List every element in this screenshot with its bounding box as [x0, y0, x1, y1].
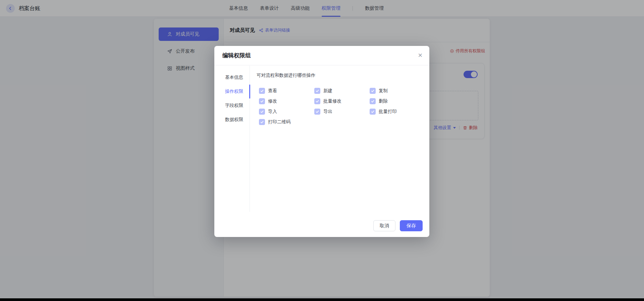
check-icon	[260, 120, 264, 124]
modal-title: 编辑权限组	[222, 52, 251, 59]
permission-label: 导入	[268, 109, 277, 115]
check-icon	[371, 89, 375, 93]
checkbox-checked[interactable]	[259, 109, 265, 115]
modal-tab-basic-info[interactable]: 基本信息	[214, 70, 250, 84]
modal-header: 编辑权限组 ✕	[214, 46, 429, 65]
check-icon	[315, 99, 319, 103]
permission-item-export: 导出	[314, 109, 370, 115]
modal-tab-list: 基本信息 操作权限 字段权限 数据权限	[214, 66, 250, 212]
checkbox-checked[interactable]	[259, 98, 265, 104]
permission-item-import: 导入	[259, 109, 314, 115]
check-icon	[260, 99, 264, 103]
checkbox-checked[interactable]	[370, 88, 376, 94]
permission-item-edit: 修改	[259, 98, 314, 104]
permission-label: 复制	[379, 88, 388, 94]
permission-label: 修改	[268, 98, 277, 104]
section-title: 可对流程和数据进行哪些操作	[257, 72, 429, 78]
permission-label: 批量打印	[379, 109, 397, 115]
close-icon[interactable]: ✕	[418, 53, 423, 58]
permission-label: 打印二维码	[268, 119, 291, 125]
permission-item-print-qrcode: 打印二维码	[259, 119, 314, 125]
check-icon	[315, 110, 319, 114]
permission-item-copy: 复制	[370, 88, 429, 94]
modal-tab-field-permission[interactable]: 字段权限	[214, 99, 250, 113]
save-button[interactable]: 保存	[400, 220, 423, 231]
permission-item-batch-print: 批量打印	[370, 109, 429, 115]
checkbox-checked[interactable]	[259, 88, 265, 94]
permission-label: 批量修改	[323, 98, 341, 104]
edit-permission-group-modal: 编辑权限组 ✕ 基本信息 操作权限 字段权限 数据权限 可对流程和数据进行哪些操…	[214, 46, 429, 237]
modal-content: 可对流程和数据进行哪些操作 查看 新建 复制 修改	[250, 66, 429, 215]
permission-item-create: 新建	[314, 88, 370, 94]
permission-label: 查看	[268, 88, 277, 94]
permission-label: 导出	[323, 109, 332, 115]
modal-body: 基本信息 操作权限 字段权限 数据权限 可对流程和数据进行哪些操作 查看 新建 …	[214, 66, 429, 215]
modal-tab-operation-permission[interactable]: 操作权限	[214, 84, 250, 99]
cancel-button[interactable]: 取消	[373, 220, 395, 231]
check-icon	[260, 110, 264, 114]
check-icon	[371, 110, 375, 114]
permission-label: 新建	[323, 88, 332, 94]
checkbox-checked[interactable]	[370, 98, 376, 104]
check-icon	[315, 89, 319, 93]
permission-item-batch-edit: 批量修改	[314, 98, 370, 104]
permission-label: 删除	[379, 98, 388, 104]
permission-item-delete: 删除	[370, 98, 429, 104]
checkbox-checked[interactable]	[314, 98, 320, 104]
modal-footer: 取消 保存	[214, 215, 429, 237]
permission-item-view: 查看	[259, 88, 314, 94]
check-icon	[371, 99, 375, 103]
permission-checkbox-grid: 查看 新建 复制 修改 批量修改	[259, 85, 429, 127]
modal-tab-data-permission[interactable]: 数据权限	[214, 113, 250, 127]
checkbox-checked[interactable]	[314, 109, 320, 115]
checkbox-checked[interactable]	[314, 88, 320, 94]
checkbox-checked[interactable]	[370, 109, 376, 115]
check-icon	[260, 89, 264, 93]
checkbox-checked[interactable]	[259, 119, 265, 125]
